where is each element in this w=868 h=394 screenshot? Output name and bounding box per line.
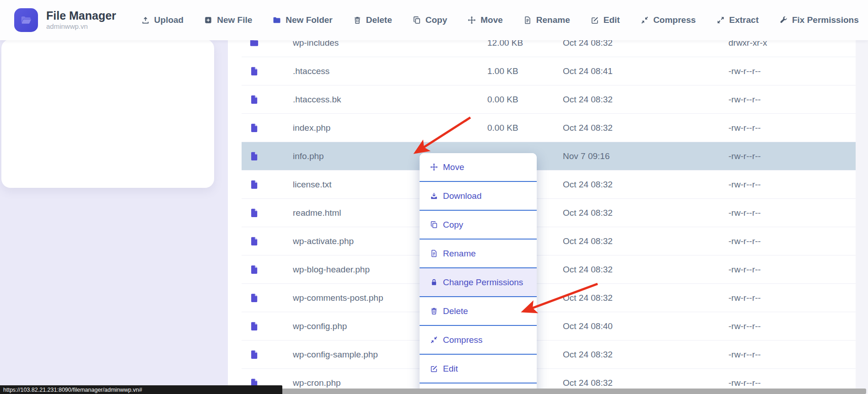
toolbar-button-move[interactable]: Move bbox=[467, 15, 503, 25]
file-table-panel: wp-includes12.00 KBOct 24 08:32drwxr-xr-… bbox=[228, 29, 856, 394]
extract-icon bbox=[716, 16, 725, 25]
sidebar-panel bbox=[1, 39, 214, 188]
toolbar-button-label: Copy bbox=[426, 15, 447, 25]
new-folder-icon bbox=[272, 16, 281, 25]
file-modified: Oct 24 08:32 bbox=[563, 378, 728, 388]
toolbar-button-label: Rename bbox=[536, 15, 570, 25]
file-icon bbox=[242, 293, 293, 303]
page-title: File Manager bbox=[46, 10, 116, 22]
table-row-wp-config-php[interactable]: wp-config.phpOct 24 08:40-rw-r--r-- bbox=[242, 312, 856, 341]
file-size: 0.00 KB bbox=[487, 123, 563, 133]
context-menu-item-compress[interactable]: Compress bbox=[420, 325, 537, 354]
file-icon bbox=[242, 349, 293, 360]
toolbar-button-label: Upload bbox=[154, 15, 183, 25]
file-permissions: -rw-r--r-- bbox=[728, 265, 856, 275]
toolbar-button-delete[interactable]: Delete bbox=[353, 15, 392, 25]
trash-icon bbox=[430, 307, 438, 315]
toolbar-button-label: Delete bbox=[366, 15, 392, 25]
file-name[interactable]: .htaccess bbox=[293, 66, 487, 76]
file-modified: Oct 24 08:32 bbox=[563, 180, 728, 190]
file-size: 0.00 KB bbox=[487, 95, 563, 105]
toolbar: UploadNew FileNew FolderDeleteCopyMoveRe… bbox=[141, 15, 859, 25]
file-icon bbox=[242, 236, 293, 246]
file-modified: Oct 24 08:41 bbox=[563, 66, 728, 76]
context-menu-item-label: Download bbox=[443, 191, 482, 201]
file-icon bbox=[242, 208, 293, 218]
edit-icon bbox=[590, 16, 599, 25]
context-menu-item-copy[interactable]: Copy bbox=[420, 210, 537, 239]
compress-icon bbox=[430, 335, 438, 344]
table-row-wp-blog-header-php[interactable]: wp-blog-header.phpOct 24 08:32-rw-r--r-- bbox=[242, 256, 856, 284]
file-modified: Nov 7 09:16 bbox=[563, 151, 728, 161]
file-modified: Oct 24 08:32 bbox=[563, 350, 728, 360]
trash-icon bbox=[353, 16, 362, 25]
status-url-tooltip: https://103.82.21.231:8090/filemanager/a… bbox=[0, 385, 282, 394]
toolbar-button-label: Move bbox=[480, 15, 503, 25]
file-name[interactable]: .htaccess.bk bbox=[293, 95, 487, 105]
context-menu-item-download[interactable]: Download bbox=[420, 181, 537, 210]
file-modified: Oct 24 08:32 bbox=[563, 208, 728, 218]
table-row-wp-activate-php[interactable]: wp-activate.phpOct 24 08:32-rw-r--r-- bbox=[242, 227, 856, 256]
file-modified: Oct 24 08:32 bbox=[563, 95, 728, 105]
toolbar-button-new-file[interactable]: New File bbox=[204, 15, 252, 25]
context-menu-item-label: Edit bbox=[443, 364, 458, 374]
file-permissions: -rw-r--r-- bbox=[728, 123, 856, 133]
file-permissions: -rw-r--r-- bbox=[728, 350, 856, 360]
table-row-info-php[interactable]: info.php0.00 KBNov 7 09:16-rw-r--r-- bbox=[242, 142, 856, 170]
file-icon bbox=[242, 94, 293, 105]
new-file-icon bbox=[204, 16, 213, 25]
file-modified: Oct 24 08:32 bbox=[563, 123, 728, 133]
file-permissions: -rw-r--r-- bbox=[728, 321, 856, 331]
table-row-license-txt[interactable]: license.txtOct 24 08:32-rw-r--r-- bbox=[242, 170, 856, 199]
move-icon bbox=[430, 163, 438, 171]
table-row-wp-config-sample-php[interactable]: wp-config-sample.phpOct 24 08:32-rw-r--r… bbox=[242, 341, 856, 369]
context-menu-item-move[interactable]: Move bbox=[420, 153, 537, 181]
rename-icon bbox=[430, 249, 438, 258]
file-icon bbox=[242, 179, 293, 190]
context-menu-item-label: Compress bbox=[443, 335, 483, 345]
toolbar-button-edit[interactable]: Edit bbox=[590, 15, 620, 25]
file-size: 1.00 KB bbox=[487, 66, 563, 76]
context-menu-item-delete[interactable]: Delete bbox=[420, 296, 537, 325]
file-permissions: -rw-r--r-- bbox=[728, 66, 856, 76]
context-menu-item-edit[interactable]: Edit bbox=[420, 354, 537, 383]
file-table: wp-includes12.00 KBOct 24 08:32drwxr-xr-… bbox=[242, 29, 856, 394]
file-icon bbox=[242, 264, 293, 275]
file-modified: Oct 24 08:40 bbox=[563, 321, 728, 331]
context-menu-item-label: Copy bbox=[443, 220, 463, 230]
toolbar-button-new-folder[interactable]: New Folder bbox=[272, 15, 332, 25]
file-icon bbox=[242, 151, 293, 161]
file-icon bbox=[242, 321, 293, 331]
table-row-readme-html[interactable]: readme.htmlOct 24 08:32-rw-r--r-- bbox=[242, 199, 856, 227]
compress-icon bbox=[640, 16, 649, 25]
file-permissions: -rw-r--r-- bbox=[728, 236, 856, 246]
toolbar-button-label: New Folder bbox=[286, 15, 332, 25]
toolbar-button-fix-permissions[interactable]: Fix Permissions bbox=[779, 15, 859, 25]
table-row-index-php[interactable]: index.php0.00 KBOct 24 08:32-rw-r--r-- bbox=[242, 114, 856, 142]
table-row--htaccess-bk[interactable]: .htaccess.bk0.00 KBOct 24 08:32-rw-r--r-… bbox=[242, 85, 856, 114]
toolbar-button-upload[interactable]: Upload bbox=[141, 15, 183, 25]
toolbar-button-rename[interactable]: Rename bbox=[523, 15, 570, 25]
file-manager-app: wp-includes12.00 KBOct 24 08:32drwxr-xr-… bbox=[0, 0, 868, 394]
rename-icon bbox=[523, 16, 532, 25]
app-header: File Manager adminwwp.vn UploadNew FileN… bbox=[0, 0, 868, 40]
file-name[interactable]: index.php bbox=[293, 123, 487, 133]
file-permissions: -rw-r--r-- bbox=[728, 95, 856, 105]
upload-icon bbox=[141, 16, 150, 25]
toolbar-button-copy[interactable]: Copy bbox=[412, 15, 447, 25]
copy-icon bbox=[430, 220, 438, 229]
toolbar-button-label: Extract bbox=[729, 15, 759, 25]
edit-icon bbox=[430, 364, 438, 373]
file-permissions: -rw-r--r-- bbox=[728, 151, 856, 161]
context-menu-item-change-permissions[interactable]: Change Permissions bbox=[420, 267, 537, 296]
file-modified: Oct 24 08:32 bbox=[563, 236, 728, 246]
context-menu-item-label: Delete bbox=[443, 306, 468, 316]
app-logo bbox=[14, 8, 38, 32]
table-row-wp-comments-post-php[interactable]: wp-comments-post.phpOct 24 08:32-rw-r--r… bbox=[242, 284, 856, 312]
download-icon bbox=[430, 192, 438, 200]
toolbar-button-label: New File bbox=[217, 15, 252, 25]
toolbar-button-extract[interactable]: Extract bbox=[716, 15, 759, 25]
toolbar-button-compress[interactable]: Compress bbox=[640, 15, 696, 25]
table-row--htaccess[interactable]: .htaccess1.00 KBOct 24 08:41-rw-r--r-- bbox=[242, 57, 856, 85]
context-menu-item-rename[interactable]: Rename bbox=[420, 239, 537, 267]
